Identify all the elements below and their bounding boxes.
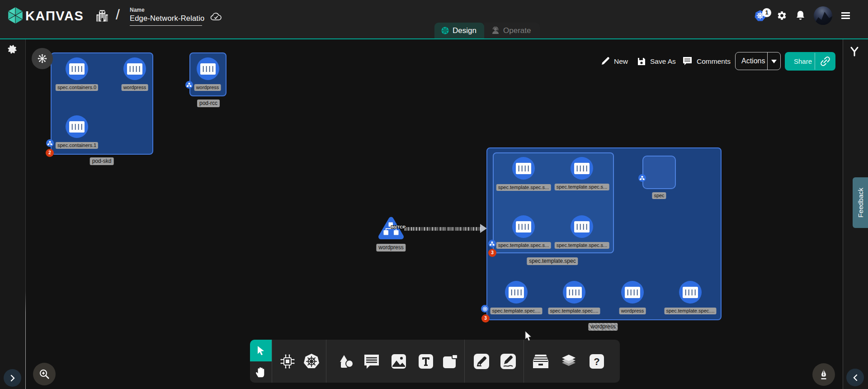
svg-text:?: ? xyxy=(594,356,599,367)
